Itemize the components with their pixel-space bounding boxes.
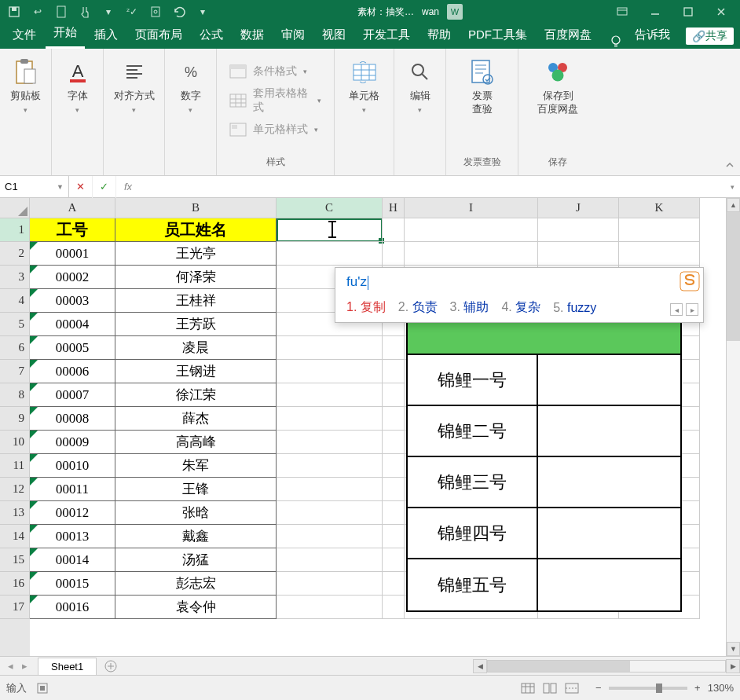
row-header-5[interactable]: 5 — [0, 313, 30, 336]
row-header-13[interactable]: 13 — [0, 501, 30, 525]
cell[interactable]: 王光亭 — [115, 242, 277, 266]
cell[interactable]: 凌晨 — [115, 336, 277, 360]
ime-candidate[interactable]: 2. 负责 — [398, 299, 438, 316]
zoom-out-icon[interactable]: − — [592, 681, 606, 695]
sheet-tab[interactable]: Sheet1 — [38, 658, 97, 675]
sheet-nav[interactable]: ◂▸ — [0, 660, 35, 672]
cell[interactable] — [538, 242, 619, 266]
cell[interactable]: 王锋 — [115, 478, 277, 501]
tab-dev[interactable]: 开发工具 — [355, 23, 418, 49]
cell[interactable] — [277, 383, 383, 407]
cell[interactable] — [383, 548, 405, 572]
cell[interactable]: 戴鑫 — [115, 525, 277, 548]
cell[interactable] — [383, 218, 405, 242]
row-header-6[interactable]: 6 — [0, 336, 30, 360]
cell[interactable]: 00013 — [30, 525, 115, 548]
tab-review[interactable]: 审阅 — [273, 23, 313, 49]
spellcheck-icon[interactable]: ᶻ✓ — [121, 2, 143, 22]
cell[interactable]: 徐江荣 — [115, 383, 277, 407]
select-all[interactable] — [0, 198, 30, 218]
col-header-H[interactable]: H — [383, 198, 405, 218]
cell[interactable] — [277, 501, 383, 525]
ribbon-options-icon[interactable] — [606, 2, 638, 22]
row-header-7[interactable]: 7 — [0, 360, 30, 383]
cell[interactable]: 00010 — [30, 454, 115, 478]
preview-icon[interactable] — [145, 2, 167, 22]
cell[interactable] — [383, 336, 405, 360]
save-icon[interactable] — [3, 2, 25, 22]
tab-pdf[interactable]: PDF工具集 — [460, 23, 535, 49]
scroll-down-icon[interactable]: ▼ — [727, 642, 740, 656]
qat-dropdown-icon[interactable]: ▾ — [97, 2, 119, 22]
cell[interactable] — [405, 218, 538, 242]
cell[interactable] — [277, 572, 383, 596]
tab-baidu[interactable]: 百度网盘 — [537, 23, 599, 49]
lightbulb-icon[interactable] — [606, 35, 625, 49]
align-icon[interactable] — [120, 58, 148, 86]
name-box[interactable]: C1▼ — [0, 176, 69, 197]
ime-candidate[interactable]: 5. fuzzy — [553, 301, 596, 315]
zoom-level[interactable]: 130% — [708, 682, 734, 694]
cell[interactable] — [277, 525, 383, 548]
scroll-thumb[interactable] — [727, 212, 740, 341]
col-header-A[interactable]: A — [30, 198, 115, 218]
scroll-left-icon[interactable]: ◀ — [473, 659, 487, 673]
row-header-1[interactable]: 1 — [0, 218, 30, 242]
cell[interactable] — [277, 454, 383, 478]
vertical-scrollbar[interactable]: ▲ ▼ — [726, 198, 740, 656]
row-header-2[interactable]: 2 — [0, 242, 30, 266]
cell[interactable]: 何泽荣 — [115, 266, 277, 289]
invoice-icon[interactable] — [468, 58, 496, 86]
col-header-C[interactable]: C — [277, 198, 383, 218]
cell[interactable] — [277, 548, 383, 572]
cell[interactable]: 00002 — [30, 266, 115, 289]
ime-candidate[interactable]: 1. 复制 — [346, 299, 386, 316]
scroll-right-icon[interactable]: ▶ — [726, 659, 740, 673]
number-icon[interactable]: % — [177, 58, 205, 86]
cell[interactable]: 朱军 — [115, 454, 277, 478]
tab-insert[interactable]: 插入 — [86, 23, 126, 49]
confirm-icon[interactable]: ✓ — [93, 176, 116, 198]
font-icon[interactable]: A — [64, 58, 92, 86]
find-icon[interactable] — [406, 58, 434, 86]
tab-file[interactable]: 文件 — [5, 23, 44, 49]
cell[interactable]: 00001 — [30, 242, 115, 266]
row-header-10[interactable]: 10 — [0, 431, 30, 454]
cell[interactable] — [383, 596, 405, 619]
back-icon[interactable]: ↩ — [27, 2, 49, 22]
macro-icon[interactable] — [36, 682, 49, 695]
maximize-icon[interactable] — [672, 2, 704, 22]
cell[interactable]: 员工姓名 — [115, 218, 277, 242]
user-avatar[interactable]: W — [447, 4, 463, 20]
row-header-8[interactable]: 8 — [0, 383, 30, 407]
normal-view-icon[interactable] — [518, 680, 538, 697]
cell[interactable] — [619, 218, 700, 242]
cell[interactable] — [277, 407, 383, 431]
cell[interactable]: 00015 — [30, 572, 115, 596]
cell[interactable] — [383, 431, 405, 454]
horizontal-scrollbar[interactable]: ◀ ▶ — [473, 659, 740, 673]
cell[interactable] — [277, 478, 383, 501]
tell-me[interactable]: 告诉我 — [627, 23, 678, 49]
cell[interactable] — [538, 218, 619, 242]
cell[interactable]: 00012 — [30, 501, 115, 525]
cell[interactable]: 袁令仲 — [115, 596, 277, 619]
row-header-3[interactable]: 3 — [0, 266, 30, 289]
paste-icon[interactable] — [12, 58, 40, 86]
cell[interactable]: 00004 — [30, 313, 115, 336]
row-header-17[interactable]: 17 — [0, 596, 30, 619]
page-break-icon[interactable] — [562, 680, 582, 697]
cell[interactable] — [383, 478, 405, 501]
ime-input[interactable]: fu'z — [335, 268, 703, 295]
row-header-15[interactable]: 15 — [0, 548, 30, 572]
col-header-K[interactable]: K — [619, 198, 700, 218]
cell[interactable]: 张晗 — [115, 501, 277, 525]
row-header-4[interactable]: 4 — [0, 289, 30, 313]
hscroll-thumb[interactable] — [488, 661, 630, 672]
undo-icon[interactable] — [168, 2, 190, 22]
row-header-12[interactable]: 12 — [0, 478, 30, 501]
cells-icon[interactable] — [350, 58, 379, 86]
cell[interactable]: 00009 — [30, 431, 115, 454]
cell[interactable] — [383, 360, 405, 383]
touch-icon[interactable] — [74, 2, 96, 22]
